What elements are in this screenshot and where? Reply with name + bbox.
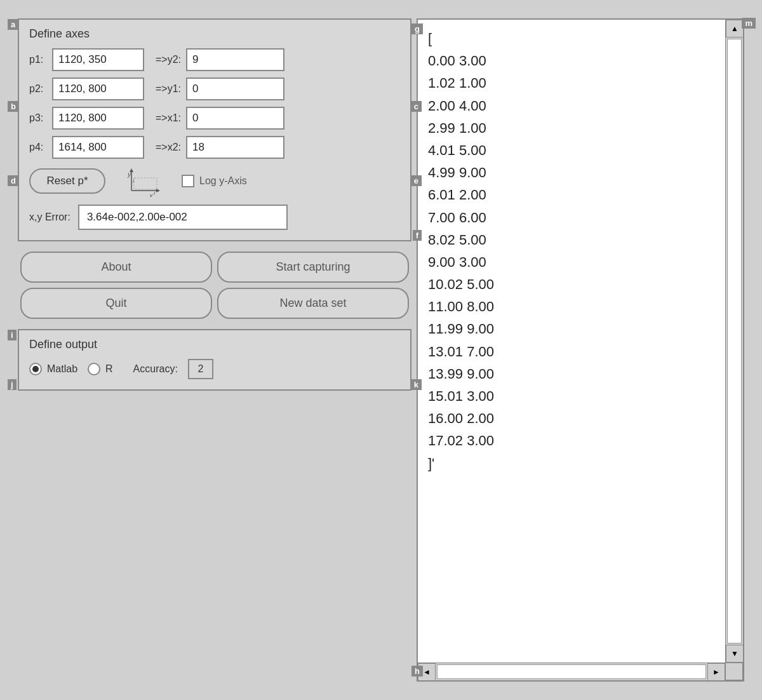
data-line-9: 8.02 5.00: [428, 229, 733, 251]
corner-label-m: m: [742, 18, 756, 29]
corner-label-h: h: [411, 666, 423, 676]
data-line-2: 1.02 1.00: [428, 72, 733, 94]
scroll-right-arrow[interactable]: ►: [707, 663, 725, 681]
corner-label-a: a: [8, 19, 18, 30]
log-y-axis-checkbox[interactable]: [182, 175, 194, 187]
p4-value-input[interactable]: [186, 136, 284, 159]
corner-label-b: b: [8, 101, 19, 112]
corner-label-g: g: [411, 24, 423, 34]
controls-row: Reset p* y i x i: [29, 165, 400, 197]
p3-arrow-label: =>x1:: [149, 112, 181, 124]
corner-label-f: f: [413, 230, 422, 241]
data-line-1: 0.00 3.00: [428, 50, 733, 72]
data-line-18: 17.02 3.00: [428, 429, 733, 452]
data-text-display: [ 0.00 3.00 1.02 1.00 2.00 4.00 2.99 1.0…: [418, 20, 743, 680]
p2-coord-input[interactable]: [52, 77, 144, 100]
action-buttons-section: g h About Start capturing Quit New data …: [18, 246, 411, 324]
p3-row: p3: =>x1:: [29, 107, 400, 130]
p1-label: p1:: [29, 54, 47, 65]
corner-label-j: j: [8, 379, 17, 390]
scroll-down-arrow[interactable]: ▼: [726, 645, 744, 663]
accuracy-label: Accuracy:: [133, 363, 178, 375]
p2-row: p2: =>y1:: [29, 77, 400, 100]
define-output-title: Define output: [29, 338, 400, 351]
button-row-top: About Start capturing: [20, 252, 409, 283]
p4-arrow-label: =>x2:: [149, 142, 181, 153]
error-row: x,y Error:: [29, 205, 400, 230]
p4-label: p4:: [29, 142, 47, 153]
r-radio[interactable]: [88, 363, 100, 375]
corner-label-d: d: [8, 175, 19, 186]
r-radio-group: R: [88, 363, 113, 375]
p3-value-input[interactable]: [186, 107, 284, 130]
data-line-16: 15.01 3.00: [428, 385, 733, 407]
data-line-13: 11.99 9.00: [428, 318, 733, 340]
data-line-6: 4.99 9.00: [428, 161, 733, 184]
corner-label-e: e: [411, 175, 422, 186]
data-line-5: 4.01 5.00: [428, 139, 733, 161]
p2-value-input[interactable]: [186, 77, 284, 100]
scroll-track-h[interactable]: [437, 664, 706, 679]
define-output-section: i j k Define output Matlab R Accuracy: [18, 329, 411, 391]
error-value-input[interactable]: [78, 205, 288, 230]
corner-label-c: c: [411, 101, 422, 112]
corner-label-i: i: [8, 330, 17, 340]
output-options-row: Matlab R Accuracy:: [29, 359, 400, 379]
data-line-14: 13.01 7.00: [428, 340, 733, 363]
r-label: R: [105, 363, 113, 375]
button-row-bottom: Quit New data set: [20, 288, 409, 319]
p2-arrow-label: =>y1:: [149, 83, 181, 95]
start-capturing-button[interactable]: Start capturing: [217, 252, 409, 283]
svg-marker-3: [156, 189, 160, 192]
data-line-3: 2.00 4.00: [428, 95, 733, 117]
define-axes-section: a b c d e f Define axes p1: =>y2: p2: =>…: [18, 18, 411, 241]
data-line-bracket-close: ]': [428, 452, 733, 475]
data-line-11: 10.02 5.00: [428, 273, 733, 295]
axis-diagram: y i x i: [116, 165, 166, 197]
svg-text:x: x: [149, 192, 153, 197]
matlab-radio-dot: [32, 366, 39, 372]
log-y-axis-label: Log y-Axis: [199, 175, 247, 187]
matlab-label: Matlab: [47, 363, 77, 375]
data-line-4: 2.99 1.00: [428, 117, 733, 139]
axis-diagram-svg: y i x i: [119, 165, 163, 197]
data-line-12: 11.00 8.00: [428, 295, 733, 318]
p2-label: p2:: [29, 83, 47, 95]
error-label: x,y Error:: [29, 212, 70, 223]
matlab-radio-group: Matlab: [29, 363, 77, 375]
new-data-set-button[interactable]: New data set: [217, 288, 409, 319]
reset-button[interactable]: Reset p*: [29, 168, 105, 194]
p1-row: p1: =>y2:: [29, 48, 400, 71]
quit-button[interactable]: Quit: [20, 288, 212, 319]
define-axes-title: Define axes: [29, 27, 400, 41]
p1-coord-input[interactable]: [52, 48, 144, 71]
vertical-scrollbar[interactable]: ▲ ▼: [725, 20, 743, 663]
log-y-axis-group: Log y-Axis: [182, 175, 247, 187]
scroll-up-arrow[interactable]: ▲: [726, 20, 744, 37]
data-line-8: 7.00 6.00: [428, 206, 733, 229]
data-line-15: 13.99 9.00: [428, 363, 733, 385]
p1-value-input[interactable]: [186, 48, 284, 71]
p1-arrow-label: =>y2:: [149, 54, 181, 65]
scrollbar-corner: [725, 663, 743, 680]
svg-rect-8: [134, 178, 157, 189]
about-button[interactable]: About: [20, 252, 212, 283]
data-line-7: 6.01 2.00: [428, 184, 733, 206]
horizontal-scrollbar[interactable]: ◄ ►: [418, 663, 725, 680]
p4-coord-input[interactable]: [52, 136, 144, 159]
p4-row: p4: =>x2:: [29, 136, 400, 159]
data-line-bracket-open: [: [428, 27, 733, 50]
scroll-track-v[interactable]: [727, 39, 742, 643]
corner-label-k: k: [411, 379, 422, 390]
p3-label: p3:: [29, 112, 47, 124]
data-line-17: 16.00 2.00: [428, 407, 733, 429]
p3-coord-input[interactable]: [52, 107, 144, 130]
matlab-radio[interactable]: [29, 363, 42, 375]
accuracy-input[interactable]: [188, 359, 213, 379]
data-line-10: 9.00 3.00: [428, 251, 733, 273]
right-panel: m [ 0.00 3.00 1.02 1.00 2.00 4.00 2.99 1…: [417, 18, 744, 682]
